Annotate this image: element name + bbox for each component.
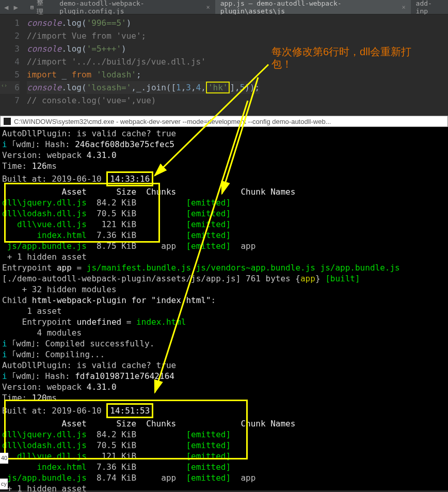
- tab-file-0[interactable]: ▤ 整理: [25, 0, 54, 14]
- tab-label: add-inp: [416, 0, 443, 15]
- ide-tab-bar: ◀ ▶ ▤ 整理 demo-autodll-webpack-plugin.con…: [0, 0, 448, 14]
- cmd-icon: [4, 118, 11, 125]
- terminal-title-text: C:\WINDOWS\system32\cmd.exe - webpack-de…: [14, 118, 331, 125]
- annotation-text: 每次修改第6行时，dll会重新打 包！: [271, 45, 411, 70]
- highlighted-segment: 'hk': [206, 82, 230, 93]
- close-icon[interactable]: ×: [402, 4, 405, 11]
- nav-fwd-icon[interactable]: ▶: [13, 3, 18, 11]
- tab-label: demo-autodll-webpack-plugin.config.js: [59, 0, 202, 15]
- tab-label: 整理: [37, 0, 49, 17]
- timestamp-2-box: 14:51:53: [106, 403, 153, 418]
- code-editor[interactable]: ‹› 1 2 3 4 5 6 7 console.log('996==5') /…: [0, 14, 448, 116]
- left-badge-cy: cy: [0, 479, 8, 489]
- gutter-indicator-icon: ‹›: [1, 83, 7, 88]
- nav-back-icon[interactable]: ◀: [4, 3, 8, 11]
- timestamp-1-box: 14:33:16: [106, 171, 153, 186]
- code-content[interactable]: console.log('996==5') //import Vue from …: [27, 17, 260, 116]
- terminal-titlebar[interactable]: C:\WINDOWS\system32\cmd.exe - webpack-de…: [0, 116, 448, 127]
- left-badge-40: 40: [0, 453, 8, 464]
- tab-label: app.js — demo-autodll-webpack-plugin\ass…: [220, 0, 398, 15]
- terminal-output[interactable]: AutoDllPlugin: is valid cache? true i ｢w…: [0, 127, 448, 490]
- file-icon: ▤: [30, 4, 34, 10]
- tab-file-1[interactable]: demo-autodll-webpack-plugin.config.js ×: [54, 0, 215, 14]
- tab-file-2-active[interactable]: app.js — demo-autodll-webpack-plugin\ass…: [215, 0, 411, 14]
- tab-file-3[interactable]: add-inp: [411, 0, 448, 14]
- close-icon[interactable]: ×: [206, 4, 210, 11]
- line-gutter: 1 2 3 4 5 6 7: [0, 17, 27, 116]
